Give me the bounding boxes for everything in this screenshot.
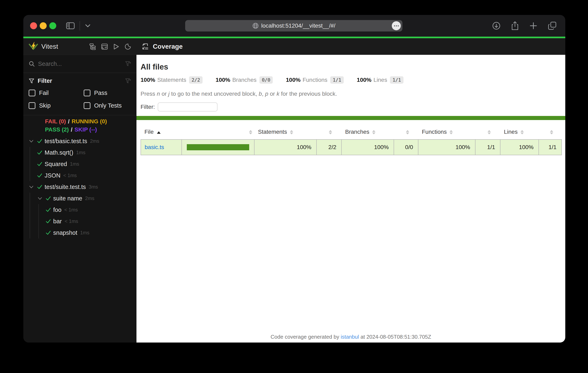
- stat-fraction-badge: 1/1: [390, 76, 403, 84]
- file-link[interactable]: basic.ts: [145, 144, 164, 150]
- sort-icon[interactable]: [249, 130, 252, 134]
- stat-statements: 100%Statements2/2: [141, 76, 202, 84]
- chevron-down-icon[interactable]: [28, 184, 34, 190]
- test-name: snapshot: [53, 229, 77, 236]
- filter-checkbox-skip[interactable]: Skip: [29, 100, 84, 111]
- stat-label: Lines: [373, 77, 387, 83]
- sort-icon[interactable]: [488, 130, 491, 134]
- stat-percent: 100%: [216, 77, 230, 83]
- sort-icon[interactable]: [372, 130, 375, 134]
- checkbox[interactable]: [84, 102, 90, 109]
- statements-frac: 2/2: [316, 139, 341, 155]
- column-header-functions[interactable]: Functions: [422, 129, 447, 135]
- test-tree-item[interactable]: test/basic.test.ts2ms: [23, 135, 136, 147]
- share-icon[interactable]: [511, 21, 519, 31]
- test-tree-item[interactable]: snapshot1ms: [23, 227, 136, 238]
- shortcut-key: b: [259, 91, 262, 97]
- checkbox[interactable]: [29, 90, 35, 96]
- filter-title: Filter: [38, 77, 52, 84]
- dashboard-icon[interactable]: [101, 43, 108, 50]
- test-tree-item[interactable]: test/suite.test.ts3ms: [23, 181, 136, 193]
- sort-icon[interactable]: [406, 130, 409, 134]
- test-tree-item[interactable]: foo< 1ms: [23, 204, 136, 216]
- filter-options: FailPassSkipOnly Tests: [23, 84, 136, 111]
- zoom-window-button[interactable]: [49, 22, 56, 29]
- traffic-lights: [30, 22, 56, 29]
- test-tree: test/basic.test.ts2msMath.sqrt()1msSquar…: [23, 135, 136, 342]
- main-panel: Coverage All files 100%Statements2/2100%…: [136, 38, 565, 342]
- sidebar-toggle-icon[interactable]: [66, 22, 75, 29]
- functions-pct: 100%: [418, 139, 475, 155]
- tree-indent-guide: [39, 227, 39, 238]
- dark-mode-icon[interactable]: [125, 43, 131, 50]
- column-header-branches[interactable]: Branches: [345, 129, 369, 135]
- column-header-file[interactable]: File: [145, 129, 154, 135]
- column-header-lines[interactable]: Lines: [504, 129, 518, 135]
- test-tree-item[interactable]: Math.sqrt()1ms: [23, 147, 136, 158]
- checkbox-label: Pass: [94, 90, 107, 96]
- filter-checkbox-pass[interactable]: Pass: [84, 87, 131, 99]
- report-footer: Code coverage generated by istanbul at 2…: [136, 334, 565, 340]
- file-link[interactable]: basic.ts: [141, 139, 182, 155]
- test-duration: < 1ms: [64, 207, 78, 213]
- globe-icon: [252, 22, 259, 29]
- page-settings-button[interactable]: [392, 21, 401, 30]
- new-tab-icon[interactable]: [529, 22, 537, 30]
- test-tree-item[interactable]: JSON< 1ms: [23, 170, 136, 181]
- coverage-filter-input[interactable]: [158, 103, 218, 112]
- stat-label: Branches: [232, 77, 256, 83]
- sort-icon[interactable]: [550, 130, 553, 134]
- shortcut-key: k: [277, 91, 280, 97]
- chevron-down-icon[interactable]: [28, 138, 34, 144]
- run-all-icon[interactable]: [113, 43, 119, 50]
- checkbox[interactable]: [29, 102, 35, 109]
- shortcut-key: p: [265, 91, 268, 97]
- minimize-window-button[interactable]: [40, 22, 47, 29]
- check-icon: [37, 161, 42, 167]
- test-name: JSON: [45, 172, 60, 179]
- test-tree-item[interactable]: bar< 1ms: [23, 216, 136, 227]
- pass-count: PASS (2): [45, 126, 69, 133]
- running-count: RUNNING (0): [72, 118, 107, 125]
- test-tree-item[interactable]: Squared1ms: [23, 158, 136, 170]
- test-duration: < 1ms: [63, 173, 77, 178]
- filter-checkbox-only-tests[interactable]: Only Tests: [84, 100, 131, 111]
- check-icon: [37, 150, 42, 155]
- chevron-down-icon[interactable]: [37, 195, 43, 201]
- browser-toolbar: localhost:51204/__vitest__/#/: [23, 15, 565, 37]
- url-text: localhost:51204/__vitest__/#/: [261, 22, 336, 29]
- test-tree-item[interactable]: suite name2ms: [23, 193, 136, 204]
- address-bar[interactable]: localhost:51204/__vitest__/#/: [185, 20, 402, 31]
- lines-pct: 100%: [500, 139, 539, 155]
- check-icon: [45, 218, 51, 224]
- coverage-table: FileStatementsBranchesFunctionsLines bas…: [141, 127, 562, 155]
- stat-percent: 100%: [286, 77, 301, 83]
- istanbul-link[interactable]: istanbul: [341, 334, 359, 340]
- tab-overview-icon[interactable]: [548, 21, 557, 30]
- test-name: test/basic.test.ts: [45, 138, 87, 145]
- close-window-button[interactable]: [30, 22, 37, 29]
- tree-indent-guide: [39, 204, 39, 216]
- search-input[interactable]: Search...: [38, 61, 62, 67]
- search-bar[interactable]: Search...: [23, 55, 136, 73]
- tree-indent-guide: [30, 216, 30, 227]
- column-header-statements[interactable]: Statements: [258, 129, 287, 135]
- funnel-icon: [29, 78, 34, 84]
- check-icon: [37, 138, 42, 144]
- clear-search-filter-icon[interactable]: [125, 61, 131, 67]
- filter-checkbox-fail[interactable]: Fail: [29, 87, 84, 99]
- chevron-down-icon[interactable]: [85, 24, 91, 28]
- clear-filter-icon[interactable]: [125, 78, 131, 84]
- report-icon: [142, 43, 149, 50]
- check-icon: [45, 196, 51, 201]
- stat-percent: 100%: [141, 77, 155, 83]
- sort-icon[interactable]: [290, 130, 293, 134]
- downloads-icon[interactable]: [492, 21, 501, 30]
- sort-icon[interactable]: [521, 130, 524, 134]
- sort-icon[interactable]: [329, 130, 332, 134]
- tree-indent-guide: [30, 158, 30, 170]
- sort-icon[interactable]: [450, 130, 453, 134]
- tree-view-icon[interactable]: [89, 43, 96, 50]
- test-duration: 2ms: [85, 196, 94, 201]
- checkbox[interactable]: [84, 90, 90, 96]
